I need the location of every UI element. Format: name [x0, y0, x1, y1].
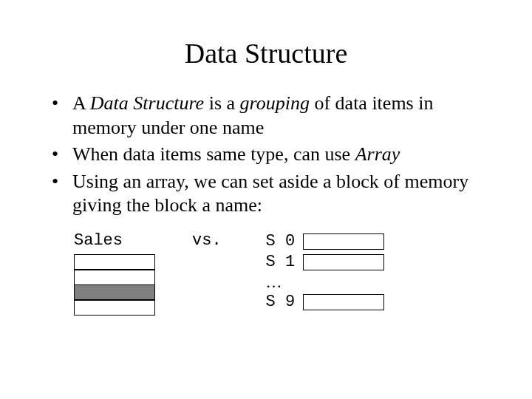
- s-column: S 0 S 1 … S 9: [266, 231, 384, 313]
- bullet-list: A Data Structure is a grouping of data i…: [52, 92, 488, 218]
- bullet-2: When data items same type, can use Array: [52, 143, 488, 167]
- s-row-ellipsis: …: [266, 273, 384, 292]
- bullet-2-em: Array: [355, 143, 400, 165]
- bullet-1-em-1: Data Structure: [90, 92, 204, 114]
- slide: Data Structure A Data Structure is a gro…: [0, 0, 532, 399]
- s-label-1: S 1: [266, 253, 303, 271]
- sales-box-2: [74, 284, 155, 301]
- bullet-1-text-mid: is a: [204, 92, 239, 114]
- diagram: Sales vs. S 0 S 1 … S 9: [74, 231, 488, 316]
- bullet-3: Using an array, we can set aside a block…: [52, 170, 488, 218]
- sales-label: Sales: [74, 231, 155, 250]
- sales-box-3: [74, 299, 155, 316]
- s-label-0: S 0: [266, 232, 303, 250]
- slide-title: Data Structure: [44, 37, 488, 69]
- bullet-3-text: Using an array, we can set aside a block…: [72, 171, 468, 216]
- sales-box-1: [74, 269, 155, 285]
- s-box-1: [303, 254, 384, 270]
- sales-box-stack: [74, 254, 155, 316]
- sales-box-0: [74, 254, 155, 270]
- bullet-2-text-pre: When data items same type, can use: [72, 143, 355, 165]
- s-row-1: S 1: [266, 252, 384, 273]
- s-label-9: S 9: [266, 293, 303, 311]
- bullet-1-text-pre: A: [72, 92, 90, 114]
- bullet-1-em-2: grouping: [240, 92, 310, 114]
- s-row-0: S 0: [266, 231, 384, 252]
- s-box-0: [303, 233, 384, 250]
- ellipsis-label: …: [266, 273, 282, 292]
- s-box-9: [303, 294, 384, 310]
- vs-label: vs.: [192, 231, 222, 250]
- sales-column: Sales: [74, 231, 155, 316]
- s-row-9: S 9: [266, 292, 384, 313]
- bullet-1: A Data Structure is a grouping of data i…: [52, 92, 488, 140]
